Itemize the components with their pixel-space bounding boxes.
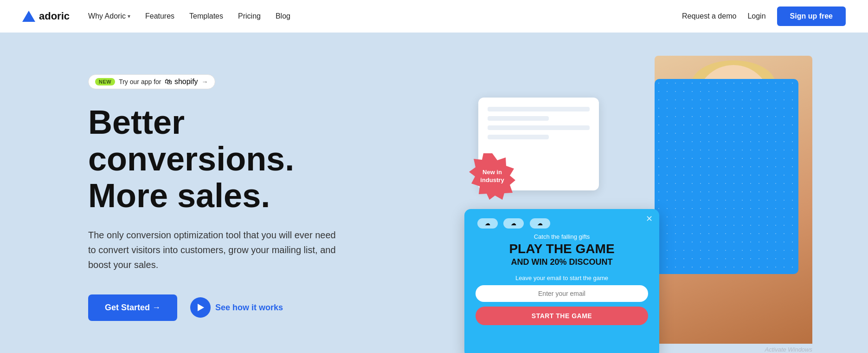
hero-subtitle: The only conversion optimization tool th… xyxy=(88,228,339,272)
popup-subtitle: AND WIN 20% DISCOUNT xyxy=(476,257,648,267)
nav-item-features[interactable]: Features xyxy=(145,12,174,20)
nav-item-pricing[interactable]: Pricing xyxy=(238,12,261,20)
hero-right: New inindustry ✕ ☁ ☁ ☁ Catch the falling… xyxy=(464,60,812,353)
login-link[interactable]: Login xyxy=(747,12,765,20)
signup-button[interactable]: Sign up free xyxy=(777,7,846,26)
shopify-icon: 🛍 shopify xyxy=(165,78,198,86)
nav-link-why-adoric[interactable]: Why Adoric xyxy=(88,12,130,20)
play-button-icon[interactable] xyxy=(190,297,211,318)
nav-links: Why Adoric Features Templates Pricing Bl… xyxy=(88,12,290,20)
logo-icon xyxy=(22,11,35,22)
blue-panel xyxy=(655,79,798,274)
popup-close-button[interactable]: ✕ xyxy=(646,214,653,224)
see-how-label: See how it works xyxy=(215,303,283,313)
hero-title-line2: More sales. xyxy=(88,177,270,214)
card-line-4 xyxy=(488,135,549,139)
popup-label: Leave your email to start the game xyxy=(476,275,648,281)
windows-watermark: Activate Windows xyxy=(765,346,812,353)
nav-link-blog[interactable]: Blog xyxy=(276,12,290,20)
nav-item-templates[interactable]: Templates xyxy=(189,12,223,20)
popup-email-input[interactable] xyxy=(476,285,648,302)
nav-item-why-adoric[interactable]: Why Adoric xyxy=(88,12,130,20)
popup-title: PLAY THE GAME xyxy=(476,242,648,256)
nav-right: Request a demo Login Sign up free xyxy=(682,7,846,26)
shopify-badge[interactable]: NEW Try our app for 🛍 shopify → xyxy=(88,74,215,89)
dots-pattern xyxy=(655,79,798,274)
new-pill: NEW xyxy=(95,78,115,85)
hero-left: NEW Try our app for 🛍 shopify → Better c… xyxy=(88,60,376,321)
card-line-1 xyxy=(488,107,590,111)
popup-catch-text: Catch the falling gifts xyxy=(476,233,648,240)
nav-link-pricing[interactable]: Pricing xyxy=(238,12,261,20)
hero-section: NEW Try our app for 🛍 shopify → Better c… xyxy=(0,33,868,353)
cloud-1: ☁ xyxy=(477,218,498,229)
nav-left: adoric Why Adoric Features Templates Pri… xyxy=(22,10,290,22)
get-started-button[interactable]: Get Started → xyxy=(88,294,177,321)
play-triangle-icon xyxy=(198,304,204,311)
request-demo-link[interactable]: Request a demo xyxy=(682,12,736,20)
card-lines xyxy=(488,107,590,139)
badge-text: Try our app for xyxy=(119,78,161,85)
cloud-3: ☁ xyxy=(530,218,550,229)
badge-line1: New inindustry xyxy=(480,169,504,184)
see-how-button[interactable]: See how it works xyxy=(190,297,283,318)
card-line-3 xyxy=(488,125,590,130)
hero-title: Better conversions. More sales. xyxy=(88,104,376,215)
nav-item-blog[interactable]: Blog xyxy=(276,12,290,20)
popup-clouds: ☁ ☁ ☁ xyxy=(464,209,659,233)
popup-inner: Catch the falling gifts PLAY THE GAME AN… xyxy=(464,233,659,325)
hero-cta: Get Started → See how it works xyxy=(88,294,376,321)
navigation: adoric Why Adoric Features Templates Pri… xyxy=(0,0,868,33)
hero-title-line1: Better conversions. xyxy=(88,104,294,177)
popup-card: ✕ ☁ ☁ ☁ Catch the falling gifts PLAY THE… xyxy=(464,209,659,353)
cloud-2: ☁ xyxy=(503,218,524,229)
logo[interactable]: adoric xyxy=(22,10,70,22)
badge-arrow: → xyxy=(202,78,208,85)
card-line-2 xyxy=(488,116,549,121)
nav-link-features[interactable]: Features xyxy=(145,12,174,20)
popup-start-button[interactable]: START THE GAME xyxy=(476,307,648,325)
brand-name: adoric xyxy=(39,10,70,22)
nav-link-templates[interactable]: Templates xyxy=(189,12,223,20)
